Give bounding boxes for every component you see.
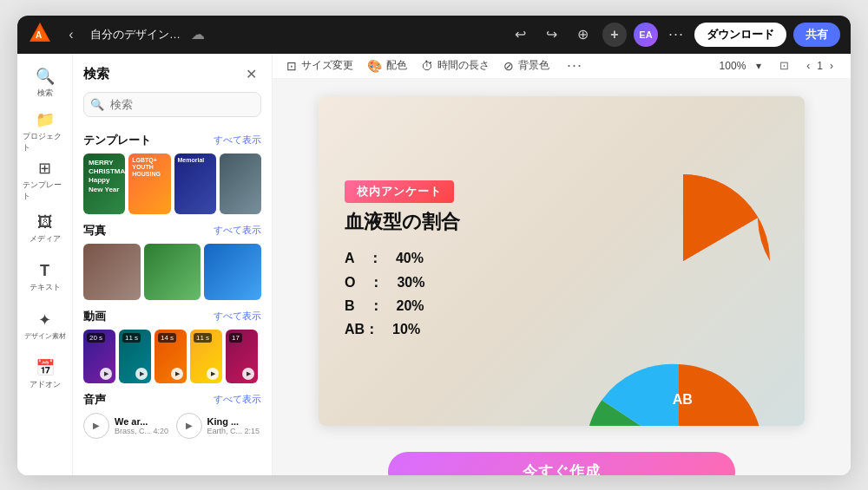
templates-all-link[interactable]: すべて表示 xyxy=(214,134,261,147)
template-thumb-2[interactable]: LGBTQ+YOUTHHOUSING xyxy=(128,154,170,214)
add-button[interactable]: + xyxy=(602,23,627,47)
video-thumb-3[interactable]: 14 s ▶ xyxy=(155,330,187,383)
share-button[interactable]: 共有 xyxy=(793,23,840,47)
duration-label: 時間の長さ xyxy=(437,58,490,73)
back-button[interactable]: ‹ xyxy=(59,23,83,47)
color-label: 配色 xyxy=(386,58,407,73)
template-thumb-3[interactable]: Memorial xyxy=(174,154,216,214)
color-toolbar-item[interactable]: 🎨 配色 xyxy=(367,58,407,73)
color-icon: 🎨 xyxy=(367,59,382,73)
video-play-1[interactable]: ▶ xyxy=(100,368,112,380)
zoom-level: 100% xyxy=(720,60,746,72)
video-thumb-4[interactable]: 11 s ▶ xyxy=(190,330,222,383)
zoom-dropdown-button[interactable]: ▾ xyxy=(753,58,765,74)
sidebar-label-elements: デザイン素材 xyxy=(24,331,66,341)
canvas-content: 校内アンケート 血液型の割合 A ： 40% O ： 30% B ： 20% A… xyxy=(319,96,805,426)
video-thumb-1[interactable]: 20 s ▶ xyxy=(83,330,115,383)
location-button[interactable]: ⊕ xyxy=(571,23,595,47)
main-content: 🔍 検索 📁 プロジェクト ⊞ テンプレート 🖼 メディア T テキスト ✦ xyxy=(17,54,851,475)
audio-play-2[interactable]: ▶ xyxy=(176,413,202,439)
canvas-area: ⊡ サイズ変更 🎨 配色 ⏱ 時間の長さ ⊘ 背景色 ··· xyxy=(273,54,851,475)
page-nav: ‹ 1 › xyxy=(803,58,837,74)
template-icon: ⊞ xyxy=(38,159,51,178)
audio-play-1[interactable]: ▶ xyxy=(83,413,109,439)
app-window: A ‹ 自分のデザイン… ☁ ↩ ↪ ⊕ + EA ··· ダウンロード 共有 … xyxy=(17,16,851,475)
addon-icon: 📅 xyxy=(36,358,55,377)
photo-thumb-2[interactable] xyxy=(144,244,201,300)
legend-b: B ： 20% xyxy=(345,294,570,317)
toolbar-more-button[interactable]: ··· xyxy=(563,56,586,75)
prev-page-button[interactable]: ‹ xyxy=(803,58,813,74)
templates-title: テンプレート xyxy=(83,133,151,148)
audio-all-link[interactable]: すべて表示 xyxy=(214,393,261,406)
bg-icon: ⊘ xyxy=(503,59,514,73)
search-panel-header: 検索 ✕ xyxy=(73,54,272,92)
audio-artist-2: Earth, C... 2:15 xyxy=(207,427,260,435)
legend-a: A ： 40% xyxy=(345,246,570,270)
video-play-3[interactable]: ▶ xyxy=(171,368,183,380)
videos-all-link[interactable]: すべて表示 xyxy=(214,310,261,323)
search-panel-title: 検索 xyxy=(83,66,109,82)
pie-label-ab: AB xyxy=(673,392,693,408)
photo-thumb-1[interactable] xyxy=(83,244,141,300)
chart-title: 血液型の割合 xyxy=(345,210,570,235)
template-thumb-4[interactable] xyxy=(220,154,261,214)
sidebar-label-search: 検索 xyxy=(37,88,53,99)
bg-toolbar-item[interactable]: ⊘ 背景色 xyxy=(503,58,549,73)
pie-chart-visual: A O B AB xyxy=(588,360,770,426)
sidebar-label-addon: アドオン xyxy=(30,379,61,390)
video-grid: 20 s ▶ 11 s ▶ 14 s ▶ 11 s ▶ xyxy=(83,330,261,383)
video-duration-1: 20 s xyxy=(87,333,105,343)
sidebar-label-media: メディア xyxy=(30,233,61,245)
top-bar-actions: ↩ ↪ ⊕ + EA ··· ダウンロード 共有 xyxy=(509,23,840,47)
elements-icon: ✦ xyxy=(38,310,51,330)
search-input-wrap: 🔍 xyxy=(83,92,261,117)
avatar[interactable]: EA xyxy=(634,23,658,47)
create-btn-wrap: 今すぐ作成 xyxy=(273,443,851,475)
design-title: 自分のデザイン… xyxy=(90,27,181,42)
resize-toolbar-item[interactable]: ⊡ サイズ変更 xyxy=(286,58,353,73)
sidebar-item-template[interactable]: ⊞ テンプレート xyxy=(23,158,68,203)
undo-button[interactable]: ↩ xyxy=(509,23,533,47)
sidebar-label-text: テキスト xyxy=(30,282,61,293)
download-button[interactable]: ダウンロード xyxy=(694,23,786,47)
audio-list: ▶ We ar... Brass, C... 4:20 ▶ King .. xyxy=(83,413,261,439)
search-input[interactable] xyxy=(83,92,261,117)
fullscreen-button[interactable]: ⊡ xyxy=(772,54,796,78)
sidebar-item-elements[interactable]: ✦ デザイン素材 xyxy=(23,304,68,349)
video-thumb-5[interactable]: 17 ▶ xyxy=(226,330,258,383)
sidebar-icons: 🔍 検索 📁 プロジェクト ⊞ テンプレート 🖼 メディア T テキスト ✦ xyxy=(17,54,73,475)
more-options-button[interactable]: ··· xyxy=(665,25,687,43)
video-play-2[interactable]: ▶ xyxy=(135,368,148,380)
photos-all-link[interactable]: すべて表示 xyxy=(214,224,261,237)
next-page-button[interactable]: › xyxy=(826,58,837,74)
video-thumb-2[interactable]: 11 s ▶ xyxy=(119,330,151,383)
search-panel-scroll: テンプレート すべて表示 MERRYCHRISTMASHappyNew Year… xyxy=(73,126,272,475)
sidebar-item-project[interactable]: 📁 プロジェクト xyxy=(23,109,68,154)
photo-thumb-3[interactable] xyxy=(204,244,261,300)
template-thumb-1[interactable]: MERRYCHRISTMASHappyNew Year xyxy=(83,154,125,214)
folder-icon: 📁 xyxy=(36,110,55,129)
videos-section-header: 動画 すべて表示 xyxy=(83,309,261,324)
sidebar-item-search[interactable]: 🔍 検索 xyxy=(23,61,68,106)
svg-text:A: A xyxy=(36,30,42,40)
text-icon: T xyxy=(40,262,49,280)
media-icon: 🖼 xyxy=(37,213,53,232)
sidebar-item-media[interactable]: 🖼 メディア xyxy=(23,206,68,252)
duration-toolbar-item[interactable]: ⏱ 時間の長さ xyxy=(421,58,490,73)
resize-icon: ⊡ xyxy=(286,59,297,73)
sidebar-item-text[interactable]: T テキスト xyxy=(23,255,68,300)
redo-button[interactable]: ↪ xyxy=(540,23,564,47)
close-search-button[interactable]: ✕ xyxy=(240,64,261,85)
video-duration-4: 11 s xyxy=(194,333,212,343)
video-play-5[interactable]: ▶ xyxy=(242,368,254,380)
cloud-icon: ☁ xyxy=(191,26,205,42)
canvas-wrap: 校内アンケート 血液型の割合 A ： 40% O ： 30% B ： 20% A… xyxy=(273,79,851,443)
canvas-toolbar: ⊡ サイズ変更 🎨 配色 ⏱ 時間の長さ ⊘ 背景色 ··· xyxy=(273,54,851,79)
canvas-card[interactable]: 校内アンケート 血液型の割合 A ： 40% O ： 30% B ： 20% A… xyxy=(319,96,805,426)
sidebar-item-addon[interactable]: 📅 アドオン xyxy=(23,352,68,397)
video-play-4[interactable]: ▶ xyxy=(207,368,219,380)
create-button[interactable]: 今すぐ作成 xyxy=(388,452,735,475)
templates-section-header: テンプレート すべて表示 xyxy=(83,133,261,148)
audio-item-2: ▶ King ... Earth, C... 2:15 xyxy=(176,413,262,439)
